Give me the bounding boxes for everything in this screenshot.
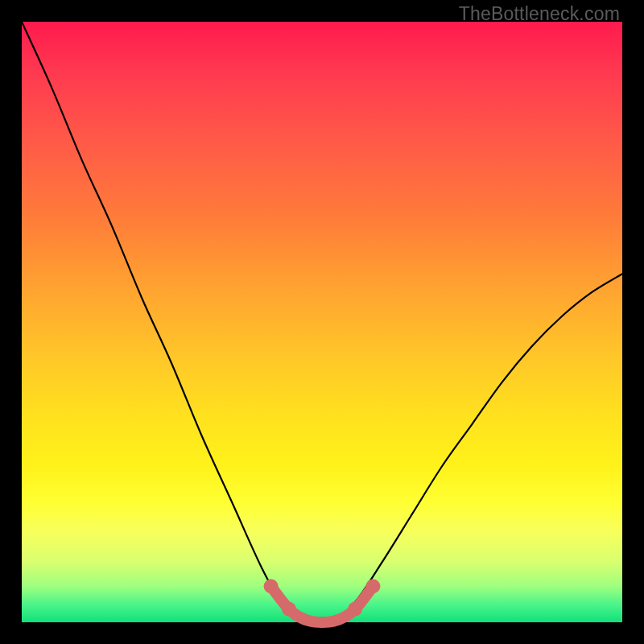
highlight-dot bbox=[282, 602, 296, 617]
watermark-text: TheBottleneck.com bbox=[459, 3, 620, 25]
chart-frame: TheBottleneck.com bbox=[0, 0, 644, 644]
main-curve bbox=[22, 22, 622, 622]
highlight-dot bbox=[365, 579, 380, 593]
highlight-dot bbox=[348, 602, 362, 617]
highlight-dot bbox=[264, 579, 279, 593]
plot-area bbox=[22, 22, 622, 622]
curve-svg bbox=[22, 22, 622, 622]
highlight-segment bbox=[264, 579, 381, 622]
